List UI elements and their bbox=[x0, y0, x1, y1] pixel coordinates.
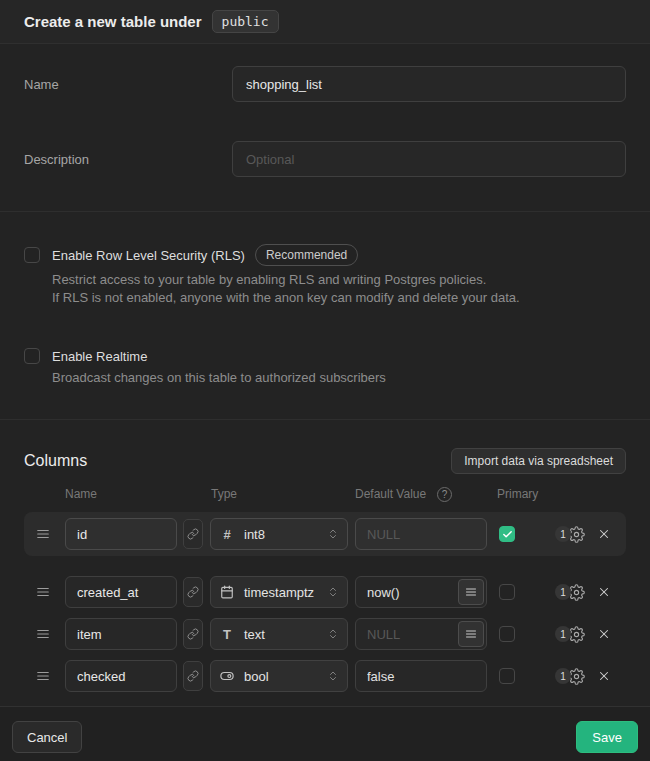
foreign-key-icon[interactable] bbox=[183, 519, 203, 549]
drag-handle-icon[interactable] bbox=[36, 669, 50, 683]
drag-handle-icon[interactable] bbox=[36, 527, 50, 541]
table-description-input[interactable] bbox=[232, 141, 626, 177]
expression-menu-icon[interactable] bbox=[458, 579, 484, 605]
column-name-input[interactable] bbox=[65, 518, 177, 550]
remove-column-icon[interactable] bbox=[596, 526, 612, 542]
column-type-select[interactable]: T text bbox=[210, 618, 348, 650]
description-label: Description bbox=[24, 152, 232, 167]
import-spreadsheet-button[interactable]: Import data via spreadsheet bbox=[451, 448, 626, 474]
default-value-wrap bbox=[355, 576, 487, 608]
foreign-key-icon[interactable] bbox=[183, 661, 203, 691]
cancel-button[interactable]: Cancel bbox=[12, 721, 82, 753]
text-type-icon: T bbox=[219, 627, 235, 642]
header-default-value: Default Value bbox=[355, 487, 426, 501]
chevrons-up-down-icon bbox=[327, 528, 339, 540]
settings-group: 1 bbox=[555, 624, 586, 644]
remove-column-icon[interactable] bbox=[596, 626, 612, 642]
column-type-select[interactable]: timestamptz bbox=[210, 576, 348, 608]
security-section: Enable Row Level Security (RLS) Recommen… bbox=[0, 212, 650, 420]
realtime-checkbox[interactable] bbox=[24, 348, 40, 364]
chevrons-up-down-icon bbox=[327, 670, 339, 682]
recommended-badge: Recommended bbox=[255, 244, 358, 266]
foreign-key-icon[interactable] bbox=[183, 577, 203, 607]
column-name-input[interactable] bbox=[65, 576, 177, 608]
settings-count-badge: 1 bbox=[555, 526, 571, 542]
column-type-select[interactable]: bool bbox=[210, 660, 348, 692]
hash-icon: # bbox=[219, 527, 235, 542]
default-value-wrap bbox=[355, 518, 487, 550]
toggle-icon bbox=[219, 669, 235, 683]
primary-checkbox[interactable] bbox=[499, 584, 515, 600]
foreign-key-icon[interactable] bbox=[183, 619, 203, 649]
default-value-input[interactable] bbox=[355, 518, 487, 550]
columns-title: Columns bbox=[24, 452, 87, 470]
settings-count-badge: 1 bbox=[555, 584, 571, 600]
dialog-title: Create a new table under bbox=[24, 13, 202, 30]
primary-checkbox[interactable] bbox=[499, 668, 515, 684]
table-row: bool 1 bbox=[24, 655, 626, 697]
realtime-description: Broadcast changes on this table to autho… bbox=[52, 369, 626, 387]
settings-count-badge: 1 bbox=[555, 626, 571, 642]
rls-checkbox[interactable] bbox=[24, 247, 40, 263]
table-row: T text 1 bbox=[24, 613, 626, 655]
help-icon[interactable]: ? bbox=[437, 487, 452, 502]
name-label: Name bbox=[24, 77, 232, 92]
drag-handle-icon[interactable] bbox=[36, 627, 50, 641]
drag-handle-icon[interactable] bbox=[36, 585, 50, 599]
table-row: timestamptz 1 bbox=[24, 571, 626, 613]
default-value-wrap bbox=[355, 660, 487, 692]
settings-group: 1 bbox=[555, 524, 586, 544]
rls-label: Enable Row Level Security (RLS) bbox=[52, 248, 245, 263]
columns-section: Columns Import data via spreadsheet Name… bbox=[0, 420, 650, 706]
basics-section: Name Description bbox=[0, 44, 650, 212]
dialog-header: Create a new table under public bbox=[0, 0, 650, 44]
column-type-select[interactable]: # int8 bbox=[210, 518, 348, 550]
table-name-input[interactable] bbox=[232, 66, 626, 102]
settings-count-badge: 1 bbox=[555, 668, 571, 684]
chevrons-up-down-icon bbox=[327, 586, 339, 598]
default-value-input[interactable] bbox=[355, 660, 487, 692]
header-name: Name bbox=[65, 487, 97, 501]
save-button[interactable]: Save bbox=[576, 721, 638, 753]
realtime-label: Enable Realtime bbox=[52, 349, 147, 364]
settings-group: 1 bbox=[555, 666, 586, 686]
schema-badge: public bbox=[212, 10, 279, 33]
column-name-input[interactable] bbox=[65, 618, 177, 650]
remove-column-icon[interactable] bbox=[596, 668, 612, 684]
primary-checkbox[interactable] bbox=[499, 526, 515, 542]
calendar-icon bbox=[219, 585, 235, 599]
create-table-dialog: Create a new table under public Name Des… bbox=[0, 0, 650, 761]
chevrons-up-down-icon bbox=[327, 628, 339, 640]
header-type: Type bbox=[211, 487, 237, 501]
dialog-footer: Cancel Save bbox=[0, 706, 650, 761]
header-primary: Primary bbox=[497, 487, 538, 501]
columns-grid-headers: Name Type Default Value ? Primary bbox=[24, 487, 626, 503]
remove-column-icon[interactable] bbox=[596, 584, 612, 600]
rls-description: Restrict access to your table by enablin… bbox=[52, 271, 626, 307]
primary-checkbox[interactable] bbox=[499, 626, 515, 642]
table-row: # int8 1 bbox=[24, 512, 626, 556]
column-name-input[interactable] bbox=[65, 660, 177, 692]
expression-menu-icon[interactable] bbox=[458, 621, 484, 647]
default-value-wrap bbox=[355, 618, 487, 650]
settings-group: 1 bbox=[555, 582, 586, 602]
